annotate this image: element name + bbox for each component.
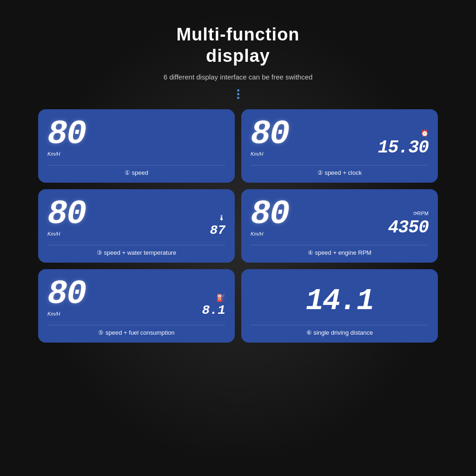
card2-display: 80 Km/H ⏰ 15.30 xyxy=(251,118,429,160)
rpm-icon: ⟳RPM xyxy=(413,211,429,217)
water-temp-icon: 🌡 xyxy=(218,214,225,222)
card2-speed-value: 80 xyxy=(251,118,289,151)
card1-speed-value: 80 xyxy=(47,118,86,151)
card1-kmh: Km/H xyxy=(47,151,60,157)
card3-speed-value: 80 xyxy=(47,198,86,231)
card2-kmh: Km/H xyxy=(251,151,264,157)
card5-right: ⛽ 8.1 xyxy=(89,293,225,320)
card4-rpm-value: 4350 xyxy=(388,218,429,238)
card2-label: ② speed + clock xyxy=(251,165,429,176)
page-subtitle: 6 different display interface can be fre… xyxy=(164,73,313,81)
card1-label: ① speed xyxy=(47,165,225,176)
card5-label: ⑤ speed + fuel consumption xyxy=(47,325,225,336)
card3-display: 80 Km/H 🌡 87 xyxy=(47,198,225,240)
card5-speed-value: 80 xyxy=(47,278,86,311)
card2-speed-block: 80 Km/H xyxy=(251,118,289,160)
card1-display: 80 Km/H xyxy=(47,118,225,160)
display-grid: 80 Km/H ① speed 80 Km/H ⏰ 15.30 ② speed … xyxy=(38,109,438,343)
card3-label: ③ speed + water temperature xyxy=(47,245,225,256)
clock-icon: ⏰ xyxy=(421,129,429,137)
card1-speed-block: 80 Km/H xyxy=(47,118,86,160)
card6-label: ⑥ single driving distance xyxy=(251,325,429,336)
fuel-icon: ⛽ xyxy=(216,293,225,302)
card2-clock-value: 15.30 xyxy=(378,138,429,158)
card6-display: 14.1 xyxy=(251,278,429,320)
main-container: Multi-function display 6 different displ… xyxy=(29,10,447,466)
card3-right: 🌡 87 xyxy=(89,214,225,240)
card-speed-rpm: 80 Km/H ⟳RPM 4350 ④ speed + engine RPM xyxy=(241,189,438,263)
card3-kmh: Km/H xyxy=(47,231,60,237)
card2-right: ⏰ 15.30 xyxy=(292,129,429,160)
card-distance: 14.1 ⑥ single driving distance xyxy=(241,269,438,343)
card4-right: ⟳RPM 4350 xyxy=(292,211,429,240)
card4-kmh: Km/H xyxy=(251,231,264,237)
card5-fuel-value: 8.1 xyxy=(202,303,225,317)
card-speed-fuel: 80 Km/H ⛽ 8.1 ⑤ speed + fuel consumption xyxy=(38,269,235,343)
card5-kmh: Km/H xyxy=(47,311,60,317)
card4-label: ④ speed + engine RPM xyxy=(251,245,429,256)
card-speed: 80 Km/H ① speed xyxy=(38,109,235,183)
page-title: Multi-function display xyxy=(176,24,299,66)
card5-display: 80 Km/H ⛽ 8.1 xyxy=(47,278,225,320)
card4-speed-block: 80 Km/H xyxy=(251,198,289,240)
dots-decoration xyxy=(237,89,239,99)
card-speed-clock: 80 Km/H ⏰ 15.30 ② speed + clock xyxy=(241,109,438,183)
card4-speed-value: 80 xyxy=(251,198,289,231)
card5-speed-block: 80 Km/H xyxy=(47,278,86,320)
card3-speed-block: 80 Km/H xyxy=(47,198,86,240)
card6-distance-value: 14.1 xyxy=(306,280,374,318)
card4-display: 80 Km/H ⟳RPM 4350 xyxy=(251,198,429,240)
card3-temp-value: 87 xyxy=(210,223,225,238)
card-speed-water: 80 Km/H 🌡 87 ③ speed + water temperature xyxy=(38,189,235,263)
